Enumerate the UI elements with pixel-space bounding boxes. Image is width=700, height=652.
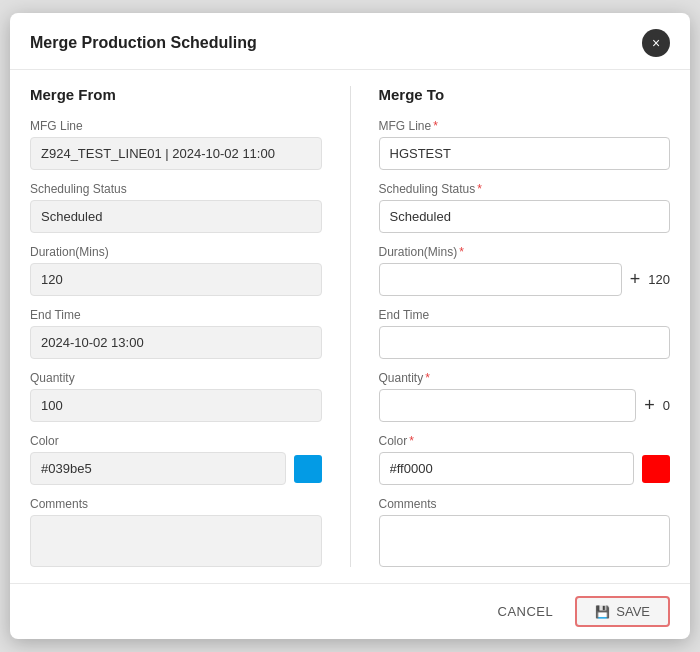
merge-from-title: Merge From — [30, 86, 322, 103]
duration-total-value: 120 — [648, 272, 670, 287]
modal-body: Merge From MFG Line Scheduling Status Du… — [10, 70, 690, 583]
merge-from-scheduling-status-label: Scheduling Status — [30, 182, 322, 196]
merge-from-color-group: Color — [30, 434, 322, 485]
merge-from-end-time-label: End Time — [30, 308, 322, 322]
merge-to-duration-input[interactable] — [379, 263, 622, 296]
scheduling-status-required-star: * — [477, 182, 482, 196]
merge-from-mfg-line-label: MFG Line — [30, 119, 322, 133]
duration-required-star: * — [459, 245, 464, 259]
merge-to-column: Merge To MFG Line * Scheduling Status * … — [379, 86, 671, 567]
save-button[interactable]: 💾 SAVE — [575, 596, 670, 627]
merge-to-comments-textarea[interactable] — [379, 515, 671, 567]
merge-to-comments-group: Comments — [379, 497, 671, 567]
merge-production-scheduling-modal: Merge Production Scheduling × Merge From… — [10, 13, 690, 639]
merge-to-quantity-group: Quantity * + 0 — [379, 371, 671, 422]
save-label: SAVE — [616, 604, 650, 619]
merge-to-comments-label: Comments — [379, 497, 671, 511]
merge-to-color-row — [379, 452, 671, 485]
modal-header: Merge Production Scheduling × — [10, 13, 690, 70]
merge-to-scheduling-status-group: Scheduling Status * — [379, 182, 671, 233]
merge-to-color-input[interactable] — [379, 452, 635, 485]
save-icon: 💾 — [595, 605, 610, 619]
merge-to-end-time-group: End Time — [379, 308, 671, 359]
merge-to-title: Merge To — [379, 86, 671, 103]
quantity-plus-sign: + — [644, 395, 655, 416]
color-required-star: * — [409, 434, 414, 448]
merge-to-scheduling-status-label: Scheduling Status * — [379, 182, 671, 196]
merge-to-mfg-line-group: MFG Line * — [379, 119, 671, 170]
column-divider — [350, 86, 351, 567]
cancel-button[interactable]: CANCEL — [488, 598, 564, 625]
merge-from-mfg-line-input — [30, 137, 322, 170]
merge-to-scheduling-status-input[interactable] — [379, 200, 671, 233]
merge-to-end-time-input[interactable] — [379, 326, 671, 359]
merge-from-duration-input — [30, 263, 322, 296]
merge-to-end-time-label: End Time — [379, 308, 671, 322]
merge-from-duration-label: Duration(Mins) — [30, 245, 322, 259]
merge-to-duration-group: Duration(Mins) * + 120 — [379, 245, 671, 296]
merge-from-comments-textarea — [30, 515, 322, 567]
merge-from-mfg-line-group: MFG Line — [30, 119, 322, 170]
modal-title: Merge Production Scheduling — [30, 34, 257, 52]
mfg-line-required-star: * — [433, 119, 438, 133]
merge-from-end-time-input — [30, 326, 322, 359]
duration-plus-sign: + — [630, 269, 641, 290]
close-button[interactable]: × — [642, 29, 670, 57]
merge-from-color-label: Color — [30, 434, 322, 448]
merge-to-color-swatch — [642, 455, 670, 483]
merge-from-comments-label: Comments — [30, 497, 322, 511]
merge-from-quantity-label: Quantity — [30, 371, 322, 385]
merge-to-duration-label: Duration(Mins) * — [379, 245, 671, 259]
merge-from-comments-group: Comments — [30, 497, 322, 567]
merge-from-color-input — [30, 452, 286, 485]
merge-to-quantity-input[interactable] — [379, 389, 637, 422]
merge-from-quantity-group: Quantity — [30, 371, 322, 422]
modal-footer: CANCEL 💾 SAVE — [10, 583, 690, 639]
quantity-required-star: * — [425, 371, 430, 385]
merge-from-color-row — [30, 452, 322, 485]
merge-from-scheduling-status-input — [30, 200, 322, 233]
merge-from-scheduling-status-group: Scheduling Status — [30, 182, 322, 233]
merge-to-color-group: Color * — [379, 434, 671, 485]
merge-to-mfg-line-input[interactable] — [379, 137, 671, 170]
quantity-total-value: 0 — [663, 398, 670, 413]
merge-from-quantity-input — [30, 389, 322, 422]
merge-to-quantity-label: Quantity * — [379, 371, 671, 385]
merge-to-quantity-row: + 0 — [379, 389, 671, 422]
merge-to-mfg-line-label: MFG Line * — [379, 119, 671, 133]
merge-to-duration-row: + 120 — [379, 263, 671, 296]
merge-from-end-time-group: End Time — [30, 308, 322, 359]
merge-to-color-label: Color * — [379, 434, 671, 448]
merge-from-column: Merge From MFG Line Scheduling Status Du… — [30, 86, 322, 567]
merge-from-duration-group: Duration(Mins) — [30, 245, 322, 296]
merge-from-color-swatch — [294, 455, 322, 483]
